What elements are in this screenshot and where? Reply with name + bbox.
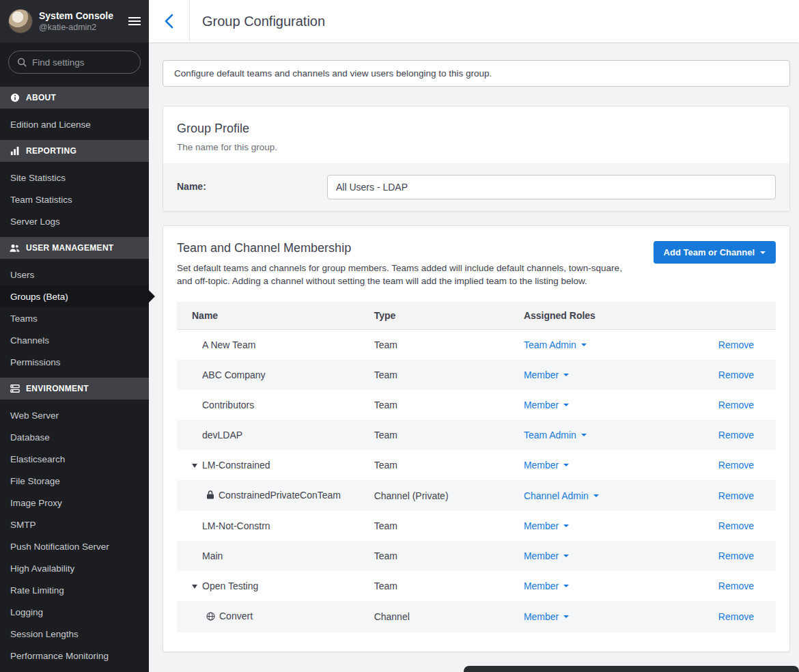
sidebar-item-rate-limiting[interactable]: Rate Limiting (0, 579, 149, 601)
chevron-down-icon (563, 404, 569, 406)
membership-card: Team and Channel Membership Set default … (163, 225, 790, 652)
sidebar-item-image-proxy[interactable]: Image Proxy (0, 492, 149, 514)
role-dropdown[interactable]: Channel Admin (524, 490, 599, 501)
sidebar-item-file-storage[interactable]: File Storage (0, 470, 149, 492)
row-name-cell: A New Team (177, 329, 369, 360)
row-type: Channel (369, 601, 518, 632)
sidebar-item-web-server[interactable]: Web Server (0, 404, 149, 426)
users-icon (10, 243, 20, 253)
sidebar-item-channels[interactable]: Channels (0, 329, 149, 351)
role-dropdown[interactable]: Member (524, 611, 569, 622)
sidebar-item-developer[interactable]: Developer (0, 667, 149, 672)
sidebar-item-permissions[interactable]: Permissions (0, 351, 149, 373)
sidebar-section-environment: ENVIRONMENT (0, 378, 149, 400)
table-row: MainTeamMemberRemove (177, 541, 776, 571)
row-remove-cell: Remove (704, 601, 776, 632)
role-dropdown[interactable]: Member (524, 400, 569, 410)
menu-icon[interactable] (128, 16, 141, 26)
role-dropdown[interactable]: Team Admin (524, 339, 587, 350)
table-row: ConvertChannelMemberRemove (177, 601, 776, 632)
sidebar: System Console @katie-admin2 ABOUTEditio… (0, 0, 149, 672)
row-name-cell: devLDAP (177, 420, 369, 450)
collapse-caret-icon[interactable] (192, 464, 197, 468)
remove-button[interactable]: Remove (718, 339, 754, 350)
table-row: Open TestingTeamMemberRemove (177, 571, 776, 601)
row-type: Team (369, 420, 518, 450)
row-role-cell: Member (518, 450, 704, 480)
sidebar-item-edition-and-license[interactable]: Edition and License (0, 113, 149, 135)
sidebar-item-session-lengths[interactable]: Session Lengths (0, 623, 149, 645)
role-dropdown[interactable]: Team Admin (524, 430, 587, 440)
row-name-cell: Main (177, 541, 369, 571)
search-box[interactable] (8, 51, 141, 74)
identity: System Console @katie-admin2 (39, 10, 113, 33)
sidebar-item-performance-monitoring[interactable]: Performance Monitoring (0, 645, 149, 667)
sidebar-nav: ABOUTEdition and LicenseREPORTINGSite St… (0, 87, 149, 672)
row-remove-cell: Remove (704, 541, 776, 571)
app-title: System Console (39, 10, 113, 22)
role-dropdown[interactable]: Member (524, 460, 569, 471)
sidebar-item-site-statistics[interactable]: Site Statistics (0, 167, 149, 188)
remove-button[interactable]: Remove (718, 430, 754, 440)
row-type: Team (369, 450, 518, 480)
collapse-caret-icon[interactable] (192, 585, 197, 589)
row-role-cell: Member (518, 390, 704, 420)
remove-button[interactable]: Remove (718, 400, 754, 410)
chevron-down-icon (593, 494, 599, 497)
chevron-down-icon (563, 615, 569, 618)
sidebar-item-teams[interactable]: Teams (0, 307, 149, 329)
column-assigned-roles: Assigned Roles (518, 302, 704, 330)
sidebar-item-push-notification-server[interactable]: Push Notification Server (0, 535, 149, 557)
row-name-cell: LM-Not-Constrn (177, 511, 369, 541)
chevron-left-icon (165, 14, 173, 29)
globe-icon (206, 612, 215, 621)
row-name-cell: ConstrainedPrivateConTeam (177, 480, 369, 512)
remove-button[interactable]: Remove (718, 520, 754, 531)
sidebar-item-database[interactable]: Database (0, 426, 149, 448)
row-remove-cell: Remove (704, 420, 776, 450)
row-name: ABC Company (202, 369, 266, 380)
row-type: Team (369, 571, 518, 601)
sidebar-item-elasticsearch[interactable]: Elasticsearch (0, 448, 149, 470)
horizontal-scrollbar-thumb[interactable] (464, 666, 799, 672)
remove-button[interactable]: Remove (718, 369, 754, 380)
chevron-down-icon (581, 344, 587, 346)
membership-head-text: Team and Channel Membership Set default … (177, 241, 628, 288)
role-dropdown[interactable]: Member (524, 520, 569, 531)
remove-button[interactable]: Remove (718, 611, 754, 622)
add-team-or-channel-button[interactable]: Add Team or Channel (654, 241, 776, 264)
row-name: devLDAP (202, 430, 242, 440)
search-input[interactable] (32, 57, 132, 68)
group-name-input[interactable] (327, 175, 776, 199)
back-button[interactable] (149, 0, 190, 42)
sidebar-item-team-statistics[interactable]: Team Statistics (0, 188, 149, 210)
sidebar-item-smtp[interactable]: SMTP (0, 514, 149, 535)
chevron-down-icon (563, 524, 569, 527)
sidebar-item-logging[interactable]: Logging (0, 601, 149, 623)
remove-button[interactable]: Remove (718, 460, 754, 471)
sidebar-item-users[interactable]: Users (0, 264, 149, 285)
sidebar-item-server-logs[interactable]: Server Logs (0, 210, 149, 232)
table-row: devLDAPTeamTeam AdminRemove (177, 420, 776, 450)
role-dropdown[interactable]: Member (524, 369, 569, 380)
page-title: Group Configuration (190, 0, 325, 42)
row-remove-cell: Remove (704, 329, 776, 360)
role-dropdown[interactable]: Member (524, 550, 569, 561)
row-name: Contributors (202, 400, 254, 410)
remove-button[interactable]: Remove (718, 490, 754, 501)
group-profile-head: Group Profile The name for this group. (163, 107, 789, 163)
avatar[interactable] (8, 9, 33, 33)
sidebar-item-groups-beta[interactable]: Groups (Beta) (0, 285, 149, 307)
row-name-cell: Convert (177, 601, 369, 632)
remove-button[interactable]: Remove (718, 550, 754, 561)
name-label: Name: (177, 175, 327, 192)
sidebar-item-high-availability[interactable]: High Availability (0, 557, 149, 579)
role-dropdown[interactable]: Member (524, 580, 569, 591)
row-type: Team (369, 390, 518, 420)
remove-button[interactable]: Remove (718, 580, 754, 591)
sidebar-header: System Console @katie-admin2 (0, 0, 149, 42)
sidebar-section-user-management: USER MANAGEMENT (0, 237, 149, 259)
main: Group Configuration Configure default te… (149, 0, 799, 672)
row-remove-cell: Remove (704, 571, 776, 601)
row-type: Team (369, 329, 518, 360)
